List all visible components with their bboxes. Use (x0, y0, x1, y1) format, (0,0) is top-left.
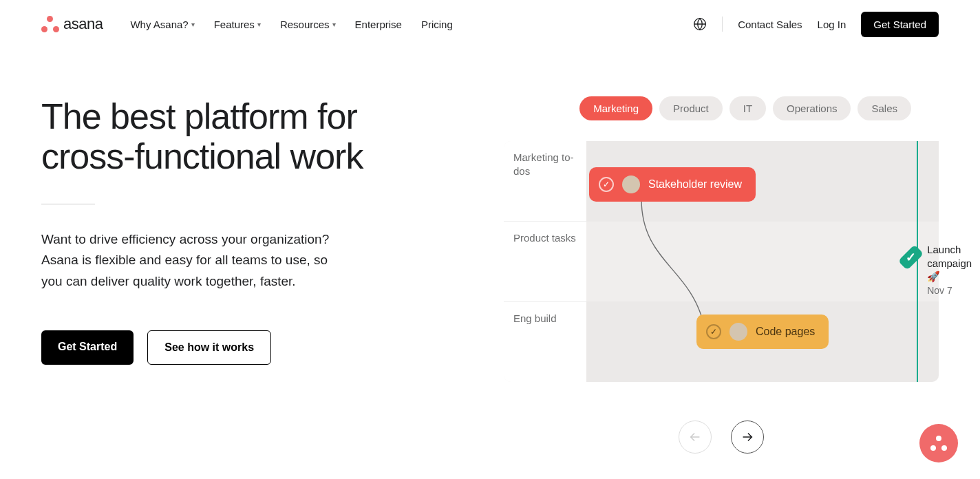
milestone[interactable]: ✓ Launch campaign 🚀 Nov 7 (904, 246, 980, 296)
task-title: Code pages (756, 326, 815, 338)
help-fab[interactable] (919, 424, 958, 462)
timeline-sections: Marketing to-dos Product tasks Eng build (504, 141, 586, 382)
section-label: Eng build (504, 302, 586, 382)
prev-button[interactable] (679, 421, 712, 454)
arrow-right-icon (740, 429, 755, 445)
task-title: Stakeholder review (648, 178, 742, 191)
get-started-button[interactable]: Get Started (41, 330, 134, 365)
tab-sales[interactable]: Sales (858, 96, 911, 120)
hero-cta-group: Get Started See how it works (41, 330, 427, 365)
department-tabs: Marketing Product IT Operations Sales (579, 96, 939, 120)
primary-nav: Why Asana?▾ Features▾ Resources▾ Enterpr… (130, 19, 452, 30)
hero-copy: The best platform for cross-functional w… (41, 96, 427, 454)
header-actions: Contact Sales Log In Get Started (693, 12, 939, 37)
nav-why-asana[interactable]: Why Asana?▾ (130, 19, 194, 30)
timeline-preview: Marketing to-dos Product tasks Eng build… (504, 141, 939, 382)
avatar (729, 323, 747, 341)
task-card-code[interactable]: ✓ Code pages (696, 315, 829, 349)
logo-icon (41, 16, 59, 32)
tab-marketing[interactable]: Marketing (579, 96, 652, 120)
check-circle-icon: ✓ (706, 324, 721, 339)
carousel-pager (504, 421, 939, 454)
timeline-body: ✓ Stakeholder review ✓ Code pages ✓ Laun… (586, 141, 939, 382)
site-header: asana Why Asana?▾ Features▾ Resources▾ E… (0, 0, 980, 48)
hero-visual: Marketing Product IT Operations Sales Ma… (454, 96, 939, 454)
globe-icon[interactable] (693, 17, 707, 31)
see-how-button[interactable]: See how it works (147, 330, 271, 365)
arrow-left-icon (688, 429, 703, 445)
tab-operations[interactable]: Operations (773, 96, 851, 120)
tab-product[interactable]: Product (659, 96, 723, 120)
nav-pricing[interactable]: Pricing (421, 19, 453, 30)
check-circle-icon: ✓ (599, 177, 614, 192)
brand-name: asana (63, 15, 103, 33)
hero-title: The best platform for cross-functional w… (41, 96, 427, 176)
contact-sales-link[interactable]: Contact Sales (738, 19, 802, 30)
nav-enterprise[interactable]: Enterprise (355, 19, 402, 30)
chevron-down-icon: ▾ (257, 21, 261, 28)
hero-section: The best platform for cross-functional w… (0, 48, 980, 454)
next-button[interactable] (731, 421, 764, 454)
avatar (622, 175, 640, 193)
tab-it[interactable]: IT (729, 96, 766, 120)
chevron-down-icon: ▾ (191, 21, 195, 28)
section-label: Product tasks (504, 222, 586, 302)
nav-resources[interactable]: Resources▾ (280, 19, 336, 30)
milestone-date: Nov 7 (927, 285, 980, 296)
login-link[interactable]: Log In (818, 19, 846, 30)
logo-icon (930, 436, 947, 451)
brand-logo[interactable]: asana (41, 15, 103, 33)
section-label: Marketing to-dos (504, 141, 586, 222)
task-card-stakeholder[interactable]: ✓ Stakeholder review (589, 167, 756, 202)
chevron-down-icon: ▾ (332, 21, 336, 28)
nav-features[interactable]: Features▾ (214, 19, 261, 30)
header-cta-button[interactable]: Get Started (861, 12, 939, 37)
milestone-title: Launch campaign 🚀 (927, 243, 980, 284)
divider (722, 17, 723, 32)
hero-description: Want to drive efficiency across your org… (41, 229, 344, 291)
divider (41, 204, 95, 204)
